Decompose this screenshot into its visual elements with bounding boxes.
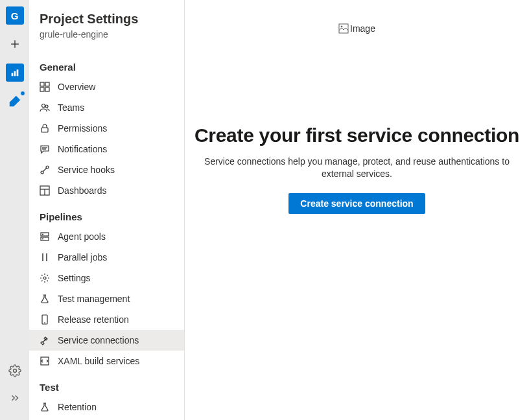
section-header-general: General <box>29 56 184 76</box>
gear-icon <box>40 273 50 283</box>
boards-icon[interactable] <box>6 64 24 82</box>
nav-label: Permissions <box>58 123 107 134</box>
sidebar-item-overview[interactable]: Overview <box>29 76 184 97</box>
sidebar-item-permissions[interactable]: Permissions <box>29 118 184 139</box>
sidebar-item-service-hooks[interactable]: Service hooks <box>29 159 184 180</box>
svg-rect-12 <box>41 128 48 132</box>
svg-point-5 <box>13 369 16 373</box>
notification-badge <box>20 91 25 96</box>
image-alt-text: Image <box>350 23 375 34</box>
svg-point-15 <box>41 171 43 174</box>
overview-icon <box>40 82 50 92</box>
phone-icon <box>40 314 50 325</box>
nav-label: Release retention <box>58 314 129 325</box>
svg-point-16 <box>46 166 49 169</box>
svg-rect-3 <box>14 71 16 76</box>
svg-rect-8 <box>40 88 44 91</box>
sidebar-item-pipeline-settings[interactable]: Settings <box>29 268 184 288</box>
left-rail: G <box>0 0 29 420</box>
svg-rect-21 <box>41 237 49 240</box>
main-content: Image Create your first service connecti… <box>185 0 529 420</box>
svg-point-10 <box>42 104 45 108</box>
pipelines-icon[interactable] <box>6 92 24 110</box>
svg-point-22 <box>43 234 43 235</box>
nav-label: Dashboards <box>58 185 107 196</box>
sidebar-item-xaml-build[interactable]: XAML build services <box>29 351 184 371</box>
flask-icon <box>40 294 50 304</box>
sidebar-subtitle: grule-rule-engine <box>29 29 184 51</box>
sidebar-item-service-connections[interactable]: Service connections <box>29 330 184 351</box>
settings-sidebar: Project Settings grule-rule-engine Gener… <box>29 0 185 420</box>
svg-point-23 <box>43 239 43 239</box>
nav-label: Overview <box>58 82 95 92</box>
nav-label: Notifications <box>58 144 107 154</box>
sidebar-item-teams[interactable]: Teams <box>29 97 184 118</box>
dashboard-icon <box>40 185 50 196</box>
svg-rect-6 <box>40 82 44 86</box>
page-description: Service connections help you manage, pro… <box>195 156 519 180</box>
page-title: Create your first service connection <box>194 124 519 146</box>
svg-rect-9 <box>45 88 49 91</box>
project-avatar[interactable]: G <box>6 6 24 25</box>
nav-label: Service hooks <box>58 165 115 175</box>
svg-rect-30 <box>339 24 348 33</box>
svg-point-31 <box>341 26 342 27</box>
svg-rect-4 <box>16 69 18 76</box>
broken-image-placeholder: Image <box>338 23 375 34</box>
build-icon <box>40 356 50 366</box>
sidebar-title: Project Settings <box>29 12 184 29</box>
nav-label: Settings <box>58 273 91 283</box>
create-service-connection-button[interactable]: Create service connection <box>288 193 425 214</box>
connection-icon <box>40 335 50 345</box>
chat-icon <box>40 144 50 154</box>
sidebar-item-release-retention[interactable]: Release retention <box>29 309 184 330</box>
nav-label: Teams <box>58 102 84 113</box>
sidebar-item-parallel-jobs[interactable]: Parallel jobs <box>29 247 184 268</box>
lock-icon <box>40 123 50 134</box>
expand-icon[interactable] <box>6 389 24 407</box>
sidebar-item-notifications[interactable]: Notifications <box>29 139 184 159</box>
nav-label: Retention <box>58 402 97 412</box>
plug-icon <box>40 165 50 175</box>
sidebar-item-retention[interactable]: Retention <box>29 397 184 417</box>
teams-icon <box>40 102 50 113</box>
svg-rect-7 <box>45 82 49 86</box>
svg-rect-2 <box>11 73 13 76</box>
broken-image-icon <box>338 23 349 34</box>
nav-label: Parallel jobs <box>58 252 107 262</box>
section-header-pipelines: Pipelines <box>29 206 184 226</box>
svg-rect-20 <box>41 233 49 236</box>
svg-point-11 <box>45 105 48 108</box>
nav-label: Test management <box>58 294 130 304</box>
section-header-test: Test <box>29 377 184 397</box>
add-icon[interactable] <box>6 35 24 53</box>
settings-icon[interactable] <box>6 362 24 380</box>
sidebar-item-agent-pools[interactable]: Agent pools <box>29 226 184 247</box>
nav-label: Service connections <box>58 335 139 345</box>
parallel-icon <box>40 252 50 262</box>
svg-point-26 <box>43 277 46 279</box>
sidebar-item-test-management[interactable]: Test management <box>29 288 184 309</box>
server-icon <box>40 231 50 242</box>
flask-icon <box>40 402 50 412</box>
nav-label: Agent pools <box>58 231 106 242</box>
sidebar-item-dashboards[interactable]: Dashboards <box>29 180 184 201</box>
nav-label: XAML build services <box>58 356 139 366</box>
